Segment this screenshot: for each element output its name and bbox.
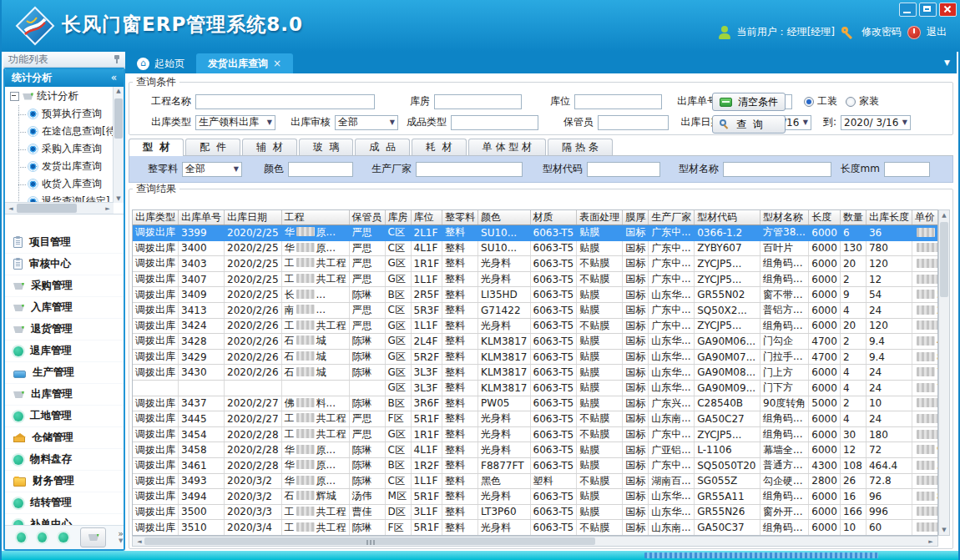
column-header[interactable]: 出库单号 (179, 210, 225, 225)
column-header[interactable]: 膜厚 (623, 210, 649, 225)
collapse-icon[interactable]: « (111, 69, 117, 87)
tree-item[interactable]: 采购入库查询 (17, 140, 124, 158)
sidebar-menu-item[interactable]: 补单中心 (5, 514, 124, 526)
scroll-right-icon[interactable]: ► (926, 538, 936, 545)
column-header[interactable]: 数量 (840, 210, 866, 225)
material-tab[interactable]: 配 件 (185, 139, 240, 155)
sidebar-menu-item[interactable]: 结转管理 (5, 492, 124, 514)
cart-module-button[interactable] (80, 527, 107, 547)
minimize-button[interactable] (899, 3, 917, 17)
column-header[interactable]: 型材名称 (760, 210, 809, 225)
location-input[interactable] (574, 94, 662, 109)
module-dot-icon[interactable] (58, 532, 68, 542)
table-row[interactable]: 调拨出库34612020/2/28华原...陈琳B区1R2F整料F8877FT6… (133, 457, 938, 473)
radio-home-attire[interactable] (846, 97, 856, 107)
tree-horizontal-scrollbar[interactable]: ◄ ► (5, 202, 114, 214)
tree-item[interactable]: 在途信息查询[待 (17, 123, 124, 140)
more-modules-button[interactable]: » ▼ (118, 530, 124, 545)
sidebar-menu-item[interactable]: 入库管理 (5, 297, 124, 319)
clear-conditions-button[interactable]: 清空条件 (712, 93, 786, 111)
column-header[interactable]: 出库类型 (133, 210, 179, 225)
table-row[interactable]: 调拨出库34542020/2/28工共工程严思G区1R1F整料光身料6063-T… (133, 426, 938, 442)
tab-close-icon[interactable]: × (273, 58, 281, 69)
search-button[interactable]: 查 询 (712, 115, 786, 134)
column-header[interactable]: 保管员 (349, 210, 385, 225)
material-tab[interactable]: 单 体 型 材 (468, 139, 546, 155)
table-row[interactable]: 调拨出库34942020/3/2石辉城汤伟M区5R1F整料光身料6063-T5贴… (133, 489, 938, 505)
tree-item[interactable]: 预算执行查询 (17, 105, 124, 123)
column-header[interactable]: 长度 (809, 210, 841, 225)
length-input[interactable] (884, 162, 930, 177)
statistics-section-header[interactable]: 统计分析 « (5, 69, 124, 87)
tab-home[interactable]: ⌂ 起始页 (125, 53, 196, 73)
material-tab[interactable]: 辅 材 (242, 139, 297, 155)
sidebar-menu-item[interactable]: 项目管理 (5, 232, 124, 254)
material-tab[interactable]: 耗 材 (412, 139, 467, 155)
table-row[interactable]: 调拨出库34132020/2/26南...严思C区5R3F整料G71422606… (133, 302, 938, 318)
table-row[interactable]: 调拨出库34452020/2/27工共工程严思F区5R1F整料光身料6063-T… (133, 411, 938, 427)
change-password-link[interactable]: 修改密码 (861, 25, 902, 39)
scroll-down-icon[interactable]: ▼ (114, 195, 124, 202)
material-tab[interactable]: 隔 热 条 (548, 139, 613, 155)
table-row[interactable]: 调拨出库35102020/3/4工共工程陈琳F区5R1F整料光身料6063-T5… (133, 520, 938, 536)
column-header[interactable]: 工程 (281, 210, 349, 225)
material-tab[interactable]: 成 品 (355, 139, 410, 155)
scroll-right-icon[interactable]: ► (103, 205, 113, 212)
outbound-type-select[interactable]: 生产领料出库 ▼ (195, 115, 275, 130)
column-header[interactable]: 整零料 (442, 210, 478, 225)
pin-icon[interactable] (114, 55, 120, 63)
table-row[interactable]: 调拨出库34032020/2/25工共工程严思G区1R1F整料光身料6063-T… (133, 256, 938, 272)
radio-work-attire[interactable] (804, 97, 814, 107)
tree-vertical-scrollbar[interactable]: ▲ ▼ (113, 87, 124, 203)
keeper-input[interactable] (598, 115, 669, 130)
audit-select[interactable]: 全部 ▼ (335, 115, 398, 130)
table-row[interactable]: 调拨出库34072020/2/25工共工程严思G区1L1F整料光身料6063-T… (133, 271, 938, 287)
color-input[interactable] (288, 162, 353, 177)
table-row[interactable]: 调拨出库34242020/2/26工共工程严思G区1L1F整料光身料6063-T… (133, 318, 938, 334)
date-to-select[interactable]: 2020/ 3/16 ▼ (841, 115, 911, 130)
logout-link[interactable]: 退出 (927, 25, 947, 39)
sidebar-menu-item[interactable]: 出库管理 (5, 384, 124, 406)
tab-list-dropdown-icon[interactable]: ▼ (944, 58, 950, 67)
tree-root[interactable]: 统计分析 (5, 87, 124, 105)
column-header[interactable]: 表面处理 (577, 210, 623, 225)
sidebar-menu-item[interactable]: 审核中心 (5, 254, 124, 275)
column-header[interactable]: 出库长度 (866, 210, 912, 225)
sidebar-menu-item[interactable]: 退货管理 (5, 319, 124, 341)
column-header[interactable]: 颜色 (478, 210, 530, 225)
table-row[interactable]: 调拨出库34932020/3/2华原...陈琳C区1L1F整料黑色塑料不贴膜国标… (133, 473, 938, 489)
column-header[interactable]: 单价 (912, 210, 938, 225)
column-header[interactable]: 生产厂家 (649, 210, 695, 225)
whole-piece-select[interactable]: 全部 ▼ (182, 162, 242, 177)
material-tab[interactable]: 玻 璃 (299, 139, 354, 155)
module-dot-icon[interactable] (38, 532, 47, 542)
table-row[interactable]: G区3L3F整料KLM38176063-T5贴膜国标山东华...GA90M09.… (133, 380, 938, 396)
table-row[interactable]: 调拨出库34582020/2/28华原...陈琳C区4L1F整料光身料6063-… (133, 442, 938, 458)
profile-name-input[interactable] (723, 162, 831, 177)
sidebar-menu-item[interactable]: 退库管理 (5, 341, 124, 362)
scrollbar-thumb[interactable] (940, 222, 948, 297)
table-row[interactable]: 调拨出库35002020/3/3工共工程曹佳D区3L1F整料LT3P606063… (133, 504, 938, 520)
scroll-up-icon[interactable]: ▲ (114, 88, 124, 94)
manufacturer-input[interactable] (416, 162, 523, 177)
scroll-down-icon[interactable]: ▼ (939, 527, 949, 533)
scroll-up-icon[interactable]: ▲ (939, 212, 949, 219)
column-header[interactable]: 出库日期 (225, 210, 282, 225)
tree-item[interactable]: 收货入库查询 (17, 175, 124, 193)
tree-item[interactable]: 发货出库查询 (17, 158, 124, 175)
warehouse-input[interactable] (434, 94, 522, 109)
sidebar-menu-item[interactable]: 物料盘存 (5, 449, 124, 471)
maximize-button[interactable] (919, 3, 937, 17)
table-row[interactable]: 调拨出库34282020/2/26石城陈琳G区2L4F整料KLM38176063… (133, 334, 938, 350)
sidebar-menu-item[interactable]: 采购管理 (5, 275, 124, 297)
scrollbar-thumb[interactable] (114, 98, 123, 139)
project-name-input[interactable] (195, 94, 375, 109)
tab-shipping-outbound-query[interactable]: 发货出库查询 × (196, 53, 293, 73)
module-dot-icon[interactable] (17, 532, 26, 542)
column-header[interactable]: 材质 (530, 210, 577, 225)
table-row[interactable]: 调拨出库34302020/2/26石城陈琳G区3L3F整料KLM38176063… (133, 365, 938, 381)
column-header[interactable]: 库房 (385, 210, 411, 225)
tree-expander-icon[interactable] (10, 92, 19, 101)
sidebar-menu-item[interactable]: 工地管理 (5, 406, 124, 427)
table-row[interactable]: 调拨出库33992020/2/25华原...严思C区2L1F整料SU10...6… (133, 225, 938, 241)
